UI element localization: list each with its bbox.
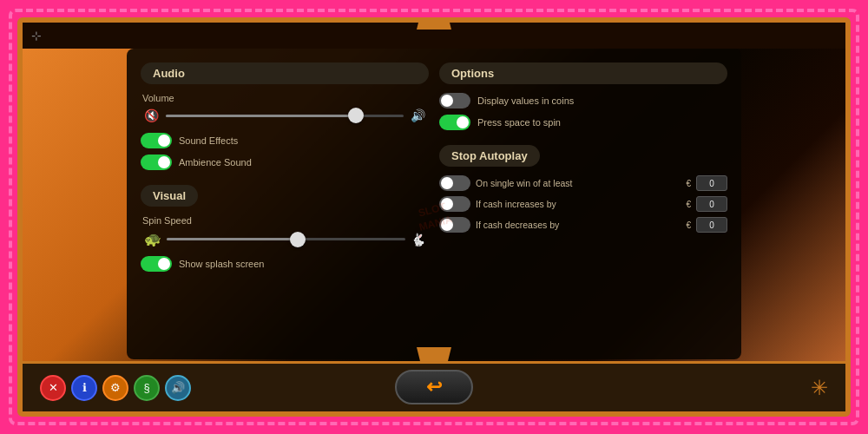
cash-increases-toggle[interactable] [439, 196, 470, 212]
volume-slider-track[interactable] [166, 115, 404, 117]
spin-speed-row: 🐢 🐇 [141, 231, 429, 247]
show-splash-label: Show splash screen [179, 259, 264, 269]
ornament-top [417, 17, 451, 30]
show-splash-toggle[interactable] [141, 256, 172, 272]
cash-increases-label: If cash increases by [476, 199, 681, 209]
volume-row: 🔇 🔊 [141, 108, 429, 122]
ambience-sound-label: Ambience Sound [179, 157, 252, 168]
single-win-label: On single win of at least [476, 178, 681, 188]
press-space-row: Press space to spin [439, 115, 727, 130]
display-values-row: Display values in coins [439, 93, 727, 108]
stop-autoplay-section: Stop Autoplay On single win of at least … [439, 145, 727, 238]
single-win-input[interactable] [696, 175, 727, 191]
currency-button[interactable]: § [134, 375, 160, 401]
turtle-icon: 🐢 [144, 231, 161, 247]
game-frame: ⊹ Audio Volume 🔇 🔊 [17, 17, 851, 417]
bottom-icons: ✕ ℹ ⚙ § 🔊 [40, 375, 191, 401]
volume-button[interactable]: 🔊 [165, 375, 191, 401]
cash-decreases-toggle[interactable] [439, 217, 470, 233]
cash-decreases-label: If cash decreases by [476, 220, 681, 230]
sound-effects-toggle[interactable] [141, 133, 172, 148]
right-column: Options Display values in coins Press sp… [439, 62, 727, 345]
spin-speed-slider[interactable] [167, 238, 405, 240]
options-section: Options Display values in coins Press sp… [439, 62, 727, 136]
ambience-sound-row: Ambience Sound [141, 155, 429, 170]
mute-icon[interactable]: 🔇 [144, 108, 159, 122]
cash-increases-currency: € [686, 200, 691, 209]
volume-up-icon[interactable]: 🔊 [411, 108, 425, 122]
settings-button[interactable]: ⚙ [102, 375, 128, 401]
back-button[interactable]: ↩ [395, 370, 473, 404]
stop-autoplay-header: Stop Autoplay [439, 145, 540, 167]
visual-header: Visual [141, 185, 198, 207]
info-button[interactable]: ℹ [71, 375, 97, 401]
move-icon[interactable]: ⊹ [31, 29, 42, 43]
single-win-toggle[interactable] [439, 175, 470, 191]
cash-decreases-input[interactable] [696, 217, 727, 233]
audio-header: Audio [141, 62, 429, 84]
cash-increases-row: If cash increases by € [439, 196, 727, 212]
cash-decreases-row: If cash decreases by € [439, 217, 727, 233]
spin-speed-label: Spin Speed [142, 215, 429, 226]
single-win-currency: € [686, 179, 691, 188]
rabbit-icon: 🐇 [411, 233, 425, 247]
sound-effects-label: Sound Effects [179, 135, 238, 146]
display-values-label: Display values in coins [477, 95, 574, 106]
outer-border: ⊹ Audio Volume 🔇 🔊 [9, 9, 859, 425]
sound-effects-row: Sound Effects [141, 133, 429, 148]
ambience-sound-toggle[interactable] [141, 155, 172, 170]
bottom-bar: ✕ ℹ ⚙ § 🔊 ↩ ✳ [23, 361, 845, 411]
left-column: Audio Volume 🔇 🔊 Sound Effects [141, 62, 429, 345]
visual-section: Visual Spin Speed 🐢 🐇 [141, 185, 429, 278]
brand-icon: ✳ [811, 376, 828, 400]
close-button[interactable]: ✕ [40, 375, 66, 401]
back-arrow-icon: ↩ [426, 376, 442, 398]
show-splash-row: Show splash screen [141, 256, 429, 272]
press-space-toggle[interactable] [439, 115, 470, 130]
main-panel: Audio Volume 🔇 🔊 Sound Effects [127, 49, 741, 359]
volume-label: Volume [142, 93, 429, 103]
ornament-bottom [417, 347, 451, 361]
display-values-toggle[interactable] [439, 93, 470, 108]
options-header: Options [439, 62, 727, 84]
single-win-row: On single win of at least € [439, 175, 727, 191]
cash-decreases-currency: € [686, 220, 691, 230]
press-space-label: Press space to spin [477, 117, 561, 128]
cash-increases-input[interactable] [696, 196, 727, 212]
